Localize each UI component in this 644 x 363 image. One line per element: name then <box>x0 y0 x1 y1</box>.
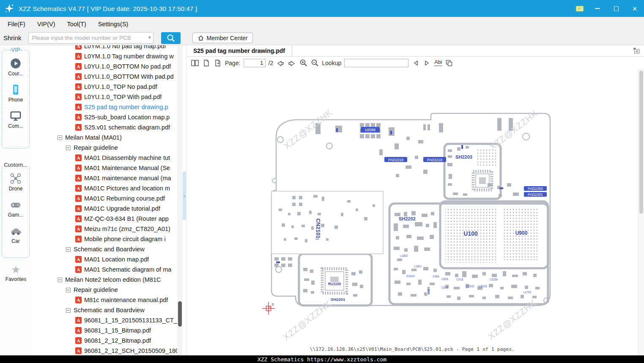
member-center-button[interactable]: Member Center <box>192 33 253 43</box>
menu-tool[interactable]: Tool(T) <box>67 21 86 28</box>
tree-item-pdf[interactable]: 96081_2_12_SCH_20150509_180 <box>32 346 177 355</box>
sidebar-item-favorites[interactable]: ★ Favorites <box>0 264 32 282</box>
phone-icon <box>10 84 22 96</box>
svg-text:PAD2218: PAD2218 <box>427 158 442 162</box>
menu-settings[interactable]: Settings(S) <box>98 21 129 28</box>
sidebar-item-computer[interactable]: Com... <box>2 110 29 129</box>
menu-file[interactable]: File(F) <box>8 21 25 28</box>
find-previous-button[interactable] <box>411 60 420 66</box>
tree-node[interactable]: Meilan Note2 telcom edition (M81C <box>32 275 177 285</box>
tree-item-pdf[interactable]: MA01 Location map.pdf <box>32 254 177 264</box>
tree-item-pdf[interactable]: MA01 Disassembly machine tut <box>32 153 177 163</box>
triangle-left-icon <box>413 60 419 66</box>
tree-item-pdf[interactable]: MA01 Maintenance Manual (Se <box>32 163 177 173</box>
tree-item-pdf[interactable]: S25.v01 schematic diagram.pdf <box>32 122 177 132</box>
tree-item-pdf[interactable]: S25-sub_board Location map.p <box>32 112 177 122</box>
sidebar-item-phone[interactable]: Phone <box>2 84 29 103</box>
tree-node[interactable]: Repair guideline <box>32 285 177 295</box>
pdf-page-footer: \\172.16.128.36\s25\V01\Main_Board\PCB\S… <box>186 346 638 352</box>
pdf-canvas[interactable]: U2099 PAD2218 PAD2218 PAD2300 PAD2301 SH… <box>186 69 644 355</box>
text-select-tool-button[interactable]: Abi <box>434 60 442 66</box>
collapse-icon[interactable] <box>58 135 62 140</box>
search-input[interactable] <box>29 33 153 43</box>
tree-scrollbar-thumb[interactable] <box>178 301 182 327</box>
tree-item-pdf[interactable]: MA01C Pictures and location m <box>32 183 177 193</box>
close-document-button[interactable] <box>633 47 640 54</box>
prev-view-button[interactable] <box>202 59 211 67</box>
previous-page-button[interactable] <box>276 59 285 67</box>
pdf-file-icon <box>75 347 82 354</box>
pdf-file-icon <box>75 73 82 80</box>
custom-section: Custom... Drone Gam... Car <box>2 165 30 258</box>
tree-item-pdf[interactable]: MA01C Reburning course.pdf <box>32 193 177 204</box>
tree-item-pdf[interactable]: 96081_1_15_201505131133_CT_ <box>32 315 177 325</box>
tree-node-label: Repair guideline <box>74 286 118 293</box>
tree-item-pdf[interactable]: M81c maintenance manual.pdf <box>32 295 177 305</box>
feedback-icon[interactable] <box>571 0 588 17</box>
tree-item-pdf[interactable]: MA01 Schematic diagram of ma <box>32 264 177 275</box>
tree-item-pdf[interactable]: L0YU.1.0_BOTTOM With pad.pd <box>32 72 177 82</box>
tree-item-label: MA01 Disassembly machine tut <box>84 154 170 161</box>
tree-item-label: L0YU.1.0_BOTTOM With pad.pd <box>84 73 174 80</box>
tree-item-pdf[interactable]: L0YU.1.0_TOP With pad.pdf <box>32 92 177 102</box>
tree-item-pdf[interactable]: MA01C Upgrade tutorial.pdf <box>32 204 177 214</box>
tree-item-pdf[interactable]: L0YM.1.0 Tag number drawing w <box>32 51 177 61</box>
find-next-button[interactable] <box>423 60 431 66</box>
tree-node[interactable]: Schematic and Boardview <box>32 305 177 315</box>
tree-node-label: Schematic and Boardview <box>74 246 145 253</box>
tree-item-label: S25 pad tag number drawing.p <box>84 104 168 110</box>
minimize-button[interactable] <box>588 0 607 17</box>
tree-item-pdf-selected[interactable]: S25 pad tag number drawing.p <box>32 102 177 112</box>
tree-item-pdf[interactable]: MZ-QC-03-634 B1 (Router app <box>32 214 177 224</box>
tree-item-pdf[interactable]: L0YM.1.0 No pad tag map.pdf <box>32 45 177 51</box>
pdf-file-icon <box>75 63 82 70</box>
tree-item-pdf[interactable]: L0YU.1.0_TOP No pad.pdf <box>32 82 177 92</box>
tree-scrollbar[interactable] <box>177 45 183 355</box>
search-button[interactable] <box>161 32 181 44</box>
zoom-in-button[interactable] <box>299 59 307 67</box>
tree-item-pdf[interactable]: MA01 maintenance manual (ma <box>32 173 177 183</box>
multi-window-button[interactable] <box>445 59 453 67</box>
tree-item-pdf[interactable]: 96081_2_12_Bitmap.pdf <box>32 336 177 346</box>
tree-node-label: Repair guideline <box>74 144 118 151</box>
collapse-icon[interactable] <box>66 288 71 292</box>
tree-node[interactable]: Repair guideline <box>32 143 177 153</box>
tab-active-document[interactable]: S25 pad tag number drawing.pdf <box>192 45 292 56</box>
collapse-icon[interactable] <box>66 247 71 252</box>
maximize-button[interactable] <box>607 0 625 17</box>
collapse-icon[interactable] <box>66 146 71 150</box>
next-page-button[interactable] <box>288 59 296 67</box>
two-page-view-button[interactable] <box>191 59 199 67</box>
sidebar-item-course[interactable]: Cour... <box>2 58 29 77</box>
connector-region-cn2101 <box>271 191 383 254</box>
lookup-input[interactable] <box>344 59 408 67</box>
tree-item-label: MA01 maintenance manual (ma <box>84 175 171 182</box>
tree-item-pdf[interactable]: 96081_1_15_Bitmap.pdf <box>32 325 177 336</box>
tree-item-pdf[interactable]: Mobile phone circuit diagram i <box>32 234 177 244</box>
viewer-scrollbar[interactable] <box>638 69 644 355</box>
tree-node[interactable]: Meilan Matal (MA01) <box>32 132 177 143</box>
collapse-panel-handle[interactable]: ‹ <box>183 171 186 220</box>
sidebar-item-car[interactable]: Car <box>2 225 29 244</box>
page-number-input[interactable] <box>244 59 266 67</box>
sidebar-item-game[interactable]: Gam... <box>2 199 29 218</box>
menu-vip[interactable]: VIP(V) <box>37 21 55 28</box>
close-button[interactable]: × <box>625 0 644 17</box>
next-view-button[interactable] <box>214 59 222 67</box>
tree-item-label: MA01 Location map.pdf <box>84 256 149 263</box>
viewer-scrollbar-thumb[interactable] <box>639 71 643 214</box>
collapse-icon[interactable] <box>66 308 71 313</box>
zoom-out-button[interactable] <box>310 59 319 67</box>
tree-item-pdf[interactable]: L0YU.1.0_BOTTOM No pad.pdf <box>32 61 177 72</box>
chevron-down-icon[interactable]: ▾ <box>148 35 151 40</box>
tree-item-label: MA01 Schematic diagram of ma <box>84 266 171 273</box>
tree-item-pdf[interactable]: Meizu m71c (zmz_CT820_A01) <box>32 224 177 234</box>
collapse-icon[interactable] <box>58 278 62 282</box>
sidebar-item-drone[interactable]: Drone <box>2 173 29 192</box>
tree-node[interactable]: Schematic and Boardview <box>32 244 177 254</box>
shrink-button[interactable]: Shrink <box>3 34 22 41</box>
svg-text:CX16: CX16 <box>456 278 463 281</box>
tree-item-label: MZ-QC-03-634 B1 (Router app <box>84 215 169 222</box>
svg-text:PAD2300: PAD2300 <box>528 187 543 191</box>
file-tree: L0YM.1.0 No pad tag map.pdf L0YM.1.0 Tag… <box>32 45 177 355</box>
